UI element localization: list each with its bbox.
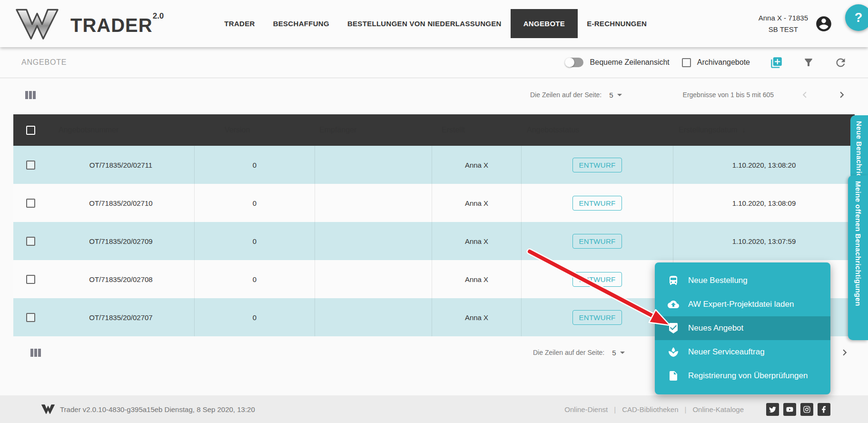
create-actions-menu: Neue BestellungAW Expert-Projektdatei la… bbox=[655, 262, 830, 394]
select-all-checkbox[interactable] bbox=[26, 126, 35, 135]
rows-per-page-value[interactable]: 5 bbox=[609, 91, 613, 99]
cell-recipient bbox=[315, 222, 432, 260]
table-row[interactable]: OT/71835/20/027110Anna XENTWURF1.10.2020… bbox=[13, 146, 855, 184]
status-badge: ENTWURF bbox=[572, 158, 621, 172]
menu-item-neue-bestellung[interactable]: Neue Bestellung bbox=[655, 269, 830, 292]
sort-desc-icon[interactable]: ↓ bbox=[742, 126, 746, 134]
youtube-icon bbox=[786, 405, 794, 413]
cell-number: OT/71835/20/02708 bbox=[48, 260, 194, 298]
main-nav: TRADERBESCHAFFUNGBESTELLUNGEN VON NIEDER… bbox=[215, 0, 656, 47]
comfortable-rows-label: Bequeme Zeilenansicht bbox=[590, 58, 670, 67]
nav-item-trader[interactable]: TRADER bbox=[215, 20, 264, 28]
user-name: Anna X - 71835 bbox=[759, 12, 808, 24]
trader-logo-small-icon bbox=[41, 403, 55, 415]
footer-link-cad-bibliotheken[interactable]: CAD-Bibliotheken bbox=[622, 405, 678, 413]
cell-created_by: Anna X bbox=[432, 298, 521, 336]
status-badge: ENTWURF bbox=[572, 196, 621, 211]
cell-created_by: Anna X bbox=[432, 260, 521, 298]
cell-status: ENTWURF bbox=[521, 146, 673, 184]
cell-number: OT/71835/20/02709 bbox=[48, 222, 194, 260]
filter-icon[interactable] bbox=[803, 57, 814, 68]
status-badge: ENTWURF bbox=[572, 310, 621, 325]
rows-per-page-caret-icon[interactable] bbox=[620, 352, 625, 354]
table-controls-top: Die Zeilen auf der Seite: 5 Ergebnisse v… bbox=[0, 79, 868, 111]
page-title: ANGEBOTE bbox=[21, 58, 67, 67]
comfortable-rows-toggle[interactable] bbox=[566, 58, 583, 67]
cell-version: 0 bbox=[194, 222, 315, 260]
document-icon bbox=[668, 370, 679, 382]
cell-created_at: 1.10.2020, 13:08:09 bbox=[673, 184, 855, 222]
row-select-cell bbox=[13, 184, 48, 222]
footer-link-online-kataloge[interactable]: Online-Kataloge bbox=[692, 405, 744, 413]
footer-right: Online-Dienst|CAD-Bibliotheken|Online-Ka… bbox=[564, 403, 830, 416]
cell-created_by: Anna X bbox=[432, 146, 521, 184]
column-header-angebotsstatus[interactable]: Angebotsstatus bbox=[521, 126, 673, 134]
twitter-button[interactable] bbox=[766, 403, 779, 416]
spa-icon bbox=[668, 346, 679, 358]
row-checkbox[interactable] bbox=[26, 237, 35, 246]
row-checkbox[interactable] bbox=[26, 199, 35, 208]
toolbar-actions: Bequeme Zeilenansicht Archivangebote bbox=[566, 56, 847, 69]
account-icon[interactable] bbox=[815, 15, 833, 33]
cell-created_at: 1.10.2020, 13:07:59 bbox=[673, 222, 855, 260]
status-badge: ENTWURF bbox=[572, 234, 621, 249]
help-button[interactable]: ? bbox=[845, 4, 868, 31]
archive-label: Archivangebote bbox=[697, 58, 750, 67]
row-checkbox[interactable] bbox=[26, 161, 35, 170]
row-checkbox[interactable] bbox=[26, 275, 35, 284]
cell-recipient bbox=[315, 298, 432, 336]
cell-status: ENTWURF bbox=[521, 298, 673, 336]
archive-checkbox[interactable] bbox=[682, 58, 691, 67]
column-settings-icon-bottom[interactable] bbox=[30, 349, 42, 357]
column-header-version[interactable]: Version bbox=[194, 126, 315, 134]
menu-item-neues-angebot[interactable]: Neues Angebot bbox=[655, 316, 830, 340]
rows-per-page-value[interactable]: 5 bbox=[612, 349, 616, 357]
user-info[interactable]: Anna X - 71835 SB TEST bbox=[759, 12, 808, 35]
column-header-empfänger[interactable]: Empfänger bbox=[315, 126, 432, 134]
menu-item-neuer-serviceauftrag[interactable]: Neuer Serviceauftrag bbox=[655, 340, 830, 364]
cell-created_by: Anna X bbox=[432, 222, 521, 260]
cell-status: ENTWURF bbox=[521, 222, 673, 260]
rows-per-page-caret-icon[interactable] bbox=[617, 94, 622, 96]
column-header-angebotsnummer[interactable]: Angebotsnummer bbox=[48, 126, 194, 134]
row-select-cell bbox=[13, 222, 48, 260]
menu-item-registrierung-von-überprüfungen[interactable]: Registrierung von Überprüfungen bbox=[655, 364, 830, 388]
cell-version: 0 bbox=[194, 146, 315, 184]
library-add-icon[interactable] bbox=[770, 56, 783, 69]
instagram-button[interactable] bbox=[800, 403, 813, 416]
next-page-button[interactable] bbox=[838, 346, 851, 359]
footer-version-text: Trader v2.0.10-4830-g395a15eb Dienstag, … bbox=[60, 405, 255, 413]
cell-version: 0 bbox=[194, 260, 315, 298]
nav-item-beschaffung[interactable]: BESCHAFFUNG bbox=[264, 20, 338, 28]
menu-item-aw-expert-projektdatei-laden[interactable]: AW Expert-Projektdatei laden bbox=[655, 292, 830, 316]
brand[interactable]: TRADER2.0 bbox=[14, 7, 164, 41]
angebote-toolbar: ANGEBOTE Bequeme Zeilenansicht Archivang… bbox=[0, 47, 868, 78]
prev-page-button[interactable] bbox=[799, 89, 811, 101]
footer-link-online-dienst[interactable]: Online-Dienst bbox=[564, 405, 608, 413]
column-header-erstellungsdatum[interactable]: Erstellungsdatum↓ bbox=[673, 126, 855, 134]
column-header-erstellt[interactable]: Erstellt bbox=[432, 126, 521, 134]
facebook-icon bbox=[820, 405, 828, 413]
side-tab-open-notifications[interactable]: Meine offenen Benachrichtigungen bbox=[848, 175, 868, 340]
app-header: TRADER2.0 TRADERBESCHAFFUNGBESTELLUNGEN … bbox=[0, 0, 868, 47]
side-tab-new-notification[interactable]: Neue Benachrich bbox=[850, 115, 868, 179]
paginator-top: Die Zeilen auf der Seite: 5 Ergebnisse v… bbox=[530, 89, 848, 101]
cell-version: 0 bbox=[194, 298, 315, 336]
row-select-cell bbox=[13, 146, 48, 184]
facebook-button[interactable] bbox=[818, 403, 830, 416]
row-checkbox[interactable] bbox=[26, 313, 35, 322]
side-tab-label: Neue Benachrich bbox=[855, 121, 863, 179]
nav-item-angebote[interactable]: ANGEBOTE bbox=[511, 9, 578, 38]
next-page-button[interactable] bbox=[836, 89, 848, 101]
cell-recipient bbox=[315, 184, 432, 222]
table-row[interactable]: OT/71835/20/027100Anna XENTWURF1.10.2020… bbox=[13, 184, 855, 222]
table-row[interactable]: OT/71835/20/027090Anna XENTWURF1.10.2020… bbox=[13, 222, 855, 260]
column-settings-icon[interactable] bbox=[25, 91, 37, 99]
nav-item-bestellungen-von-niederlassungen[interactable]: BESTELLUNGEN VON NIEDERLASSUNGEN bbox=[338, 20, 511, 28]
cell-created_by: Anna X bbox=[432, 184, 521, 222]
result-range-label: Ergebnisse von 1 bis 5 mit 605 bbox=[683, 91, 774, 99]
check-badge-icon bbox=[668, 322, 679, 334]
nav-item-e-rechnungen[interactable]: E-RECHNUNGEN bbox=[578, 20, 656, 28]
refresh-icon[interactable] bbox=[834, 56, 847, 69]
youtube-button[interactable] bbox=[783, 403, 796, 416]
